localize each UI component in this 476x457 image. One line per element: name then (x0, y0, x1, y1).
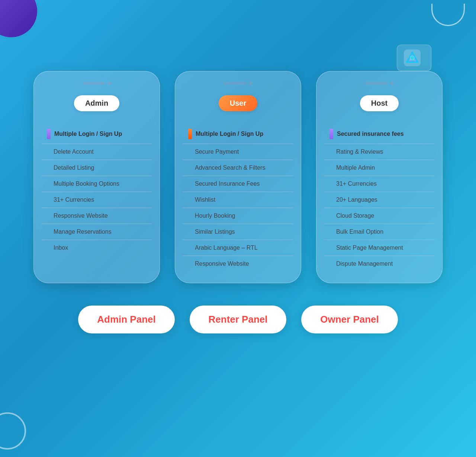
feature-text: Rating & Reviews (336, 148, 383, 155)
phone-notch (83, 82, 105, 84)
feature-text: Similar Listings (195, 228, 235, 235)
admin-feature-item-5: Responsive Website (41, 208, 152, 224)
host-feature-item-1: Rating & Reviews (324, 144, 435, 160)
user-active-indicator (188, 129, 192, 139)
feature-text: Cloud Storage (336, 212, 374, 219)
feature-dot (188, 166, 191, 169)
host-panel-label: Host (360, 95, 399, 111)
feature-dot (329, 166, 332, 169)
phone-camera (249, 82, 252, 85)
feature-text: Advanced Search & Filters (195, 164, 265, 171)
host-feature-item-0: Secured insurance fees (324, 124, 435, 144)
phone-top-bar (183, 79, 293, 88)
feature-text: Responsive Website (195, 261, 249, 267)
admin-bottom-button[interactable]: Admin Panel (78, 306, 175, 333)
feature-text: Arabic Language – RTL (195, 245, 258, 251)
feature-text: Secured Insurance Fees (195, 180, 260, 187)
feature-text: Manage Reservations (54, 228, 112, 235)
user-feature-item-4: Wishlist (183, 192, 293, 208)
feature-text: Wishlist (195, 196, 215, 203)
admin-feature-item-6: Manage Reservations (41, 224, 152, 240)
feature-dot (47, 246, 50, 249)
feature-dot (329, 214, 332, 217)
deco-circle-bottomleft (0, 412, 26, 450)
host-label-wrap: Host (324, 95, 435, 119)
feature-dot (47, 166, 50, 169)
host-feature-item-5: Cloud Storage (324, 208, 435, 224)
admin-feature-list: Multiple Login / Sign UpDelete AccountDe… (41, 124, 152, 256)
feature-text: 20+ Languages (336, 196, 377, 203)
feature-dot (329, 198, 332, 201)
feature-dot (47, 230, 50, 233)
admin-feature-item-4: 31+ Currencies (41, 192, 152, 208)
host-feature-item-6: Bulk Email Option (324, 224, 435, 240)
feature-dot (188, 198, 191, 201)
phone-camera (108, 82, 111, 85)
feature-dot (188, 246, 191, 249)
user-bottom-button[interactable]: Renter Panel (190, 306, 286, 333)
feature-text: Detailed Listing (54, 164, 94, 171)
user-feature-item-2: Advanced Search & Filters (183, 160, 293, 176)
feature-dot (188, 230, 191, 233)
user-feature-item-3: Secured Insurance Fees (183, 176, 293, 192)
feature-text: Multiple Booking Options (54, 180, 119, 187)
phone-notch (365, 82, 387, 84)
feature-dot (47, 198, 50, 201)
feature-dot (47, 150, 50, 153)
admin-feature-item-1: Delete Account (41, 144, 152, 160)
feature-dot (188, 262, 191, 265)
admin-feature-item-0: Multiple Login / Sign Up (41, 124, 152, 144)
feature-dot (329, 246, 332, 249)
feature-text: Static Page Management (336, 245, 403, 251)
feature-dot (47, 182, 50, 185)
host-feature-item-7: Static Page Management (324, 240, 435, 256)
feature-text: Delete Account (54, 148, 94, 155)
phone-top-bar (41, 79, 152, 88)
feature-text: Inbox (54, 245, 68, 251)
host-feature-item-4: 20+ Languages (324, 192, 435, 208)
feature-text: 31+ Currencies (336, 180, 377, 187)
feature-text: Hourly Booking (195, 212, 235, 219)
feature-dot (329, 230, 332, 233)
host-feature-list: Secured insurance feesRating & ReviewsMu… (324, 124, 435, 272)
phone-user: UserMultiple Login / Sign UpSecure Payme… (175, 71, 301, 283)
host-bottom-button[interactable]: Owner Panel (301, 306, 398, 333)
feature-text: Responsive Website (54, 212, 108, 219)
user-panel-label: User (219, 95, 257, 111)
user-feature-item-6: Similar Listings (183, 224, 293, 240)
admin-feature-item-2: Detailed Listing (41, 160, 152, 176)
feature-dot (47, 214, 50, 217)
feature-dot (188, 214, 191, 217)
feature-text: Secure Payment (195, 148, 239, 155)
phone-admin: AdminMultiple Login / Sign UpDelete Acco… (33, 71, 160, 283)
phone-notch (224, 82, 246, 84)
user-feature-item-5: Hourly Booking (183, 208, 293, 224)
admin-feature-item-7: Inbox (41, 240, 152, 256)
admin-label-wrap: Admin (41, 95, 152, 119)
feature-dot (188, 150, 191, 153)
feature-text: Bulk Email Option (336, 228, 383, 235)
user-feature-item-0: Multiple Login / Sign Up (183, 124, 293, 144)
admin-feature-item-3: Multiple Booking Options (41, 176, 152, 192)
feature-text: Multiple Login / Sign Up (196, 131, 263, 137)
feature-dot (329, 262, 332, 265)
admin-panel-label: Admin (74, 95, 119, 111)
host-active-indicator (329, 129, 333, 139)
panels-container: AdminMultiple Login / Sign UpDelete Acco… (0, 64, 476, 298)
user-feature-list: Multiple Login / Sign UpSecure PaymentAd… (183, 124, 293, 272)
feature-text: Dispute Management (336, 261, 393, 267)
user-feature-item-8: Responsive Website (183, 256, 293, 272)
bottom-labels: Admin PanelRenter PanelOwner Panel (0, 298, 476, 356)
page-header (0, 0, 476, 64)
host-feature-item-3: 31+ Currencies (324, 176, 435, 192)
user-feature-item-1: Secure Payment (183, 144, 293, 160)
phone-top-bar (324, 79, 435, 88)
feature-text: 31+ Currencies (54, 196, 94, 203)
feature-text: Secured insurance fees (337, 131, 404, 137)
host-feature-item-8: Dispute Management (324, 256, 435, 272)
feature-text: Multiple Login / Sign Up (54, 131, 122, 137)
admin-active-indicator (47, 129, 51, 139)
phone-camera (390, 82, 393, 85)
user-feature-item-7: Arabic Language – RTL (183, 240, 293, 256)
phone-host: HostSecured insurance feesRating & Revie… (316, 71, 443, 283)
